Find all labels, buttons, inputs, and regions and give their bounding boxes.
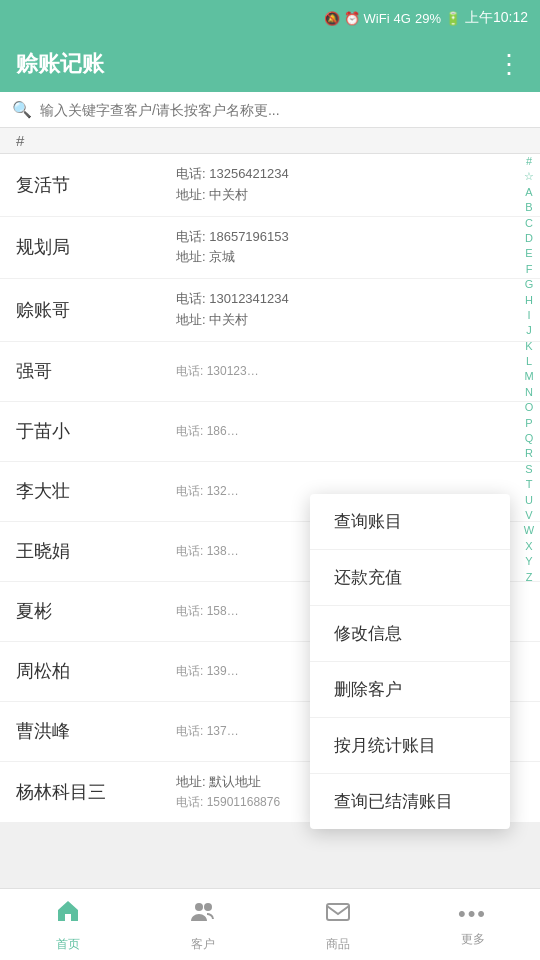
context-menu-item-query-account[interactable]: 查询账目 (310, 494, 510, 550)
alarm-icon: ⏰ (344, 11, 360, 26)
context-menu-item-delete[interactable]: 删除客户 (310, 662, 510, 718)
status-icons: 🔕 ⏰ WiFi 4G 29% 🔋 上午10:12 (324, 9, 528, 27)
context-menu-item-monthly-stat[interactable]: 按月统计账目 (310, 718, 510, 774)
content-area: 复活节 电话: 13256421234 地址: 中关村 规划局 电话: 1865… (0, 154, 540, 906)
notification-icon: 🔕 (324, 11, 340, 26)
context-overlay[interactable]: 查询账目 还款充值 修改信息 删除客户 按月统计账目 查询已结清账目 (0, 154, 540, 906)
wifi-icon: WiFi (364, 11, 390, 26)
top-bar: 赊账记账 ⋮ (0, 36, 540, 92)
context-menu-item-edit[interactable]: 修改信息 (310, 606, 510, 662)
search-bar: 🔍 (0, 92, 540, 128)
search-icon: 🔍 (12, 100, 32, 119)
nav-label-home: 首页 (56, 936, 80, 953)
battery-icon: 🔋 (445, 11, 461, 26)
section-label: # (16, 132, 24, 149)
nav-label-goods: 商品 (326, 936, 350, 953)
time-label: 上午10:12 (465, 9, 528, 27)
battery-label: 29% (415, 11, 441, 26)
context-menu: 查询账目 还款充值 修改信息 删除客户 按月统计账目 查询已结清账目 (310, 494, 510, 829)
nav-label-customer: 客户 (191, 936, 215, 953)
section-header: # (0, 128, 540, 154)
more-menu-button[interactable]: ⋮ (496, 49, 524, 80)
nav-label-more: 更多 (461, 931, 485, 948)
status-bar: 🔕 ⏰ WiFi 4G 29% 🔋 上午10:12 (0, 0, 540, 36)
app-title: 赊账记账 (16, 49, 104, 79)
context-menu-item-settled[interactable]: 查询已结清账目 (310, 774, 510, 829)
search-input[interactable] (40, 102, 528, 118)
context-menu-item-repay[interactable]: 还款充值 (310, 550, 510, 606)
signal-icon: 4G (394, 11, 411, 26)
